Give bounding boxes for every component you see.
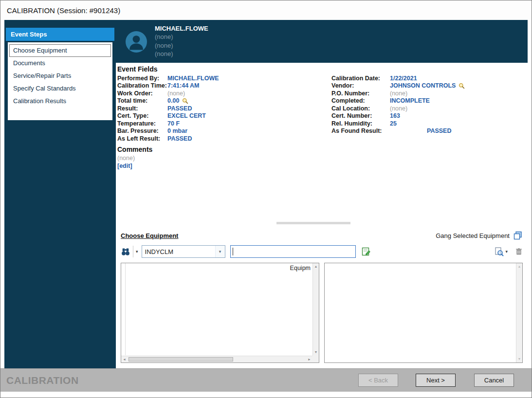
- field-label: Calibration Time:: [117, 82, 167, 89]
- field-label: Calibration Date:: [331, 75, 390, 82]
- event-steps-list: Choose Equipment Documents Service/Repai…: [8, 42, 112, 120]
- field-value: 1/22/2021: [390, 75, 417, 82]
- field-value: 70 F: [167, 120, 180, 127]
- pane-splitter[interactable]: [116, 220, 528, 226]
- choose-equipment-header: Choose Equipment Gang Selected Equipment: [121, 230, 523, 241]
- equipment-column-header[interactable]: Equipm: [290, 265, 311, 271]
- field-row-as-left-result: As Left Result: PASSED: [117, 135, 331, 143]
- next-button[interactable]: Next >: [416, 374, 456, 387]
- edit-equipment-button[interactable]: [361, 247, 371, 256]
- comments-section: Comments (none) [edit]: [117, 145, 528, 170]
- field-label: Total time:: [117, 97, 167, 104]
- splitter-grip-icon[interactable]: [276, 222, 350, 224]
- field-label: Bar. Pressure:: [117, 127, 167, 134]
- binoculars-icon: [121, 247, 130, 256]
- field-value: 0 mbar: [167, 127, 187, 134]
- field-row-bar-pressure: Bar. Pressure: 0 mbar: [117, 127, 331, 135]
- equipment-available-list[interactable]: Equipm ▲ ▼ ◄ ►: [121, 263, 319, 363]
- total-time-lookup-icon[interactable]: [182, 98, 188, 104]
- field-row-completed: Completed: INCOMPLETE: [331, 97, 528, 105]
- field-row-cert-type: Cert. Type: EXCEL CERT: [117, 112, 331, 120]
- comments-title: Comments: [117, 145, 528, 153]
- window-body: Event Steps Choose Equipment Documents S…: [0, 20, 532, 368]
- gang-cascade-icon: [513, 231, 523, 240]
- field-value: INCOMPLETE: [390, 97, 430, 104]
- find-dropdown-arrow-icon[interactable]: ▾: [136, 249, 138, 254]
- cancel-button[interactable]: Cancel: [474, 374, 514, 387]
- equipment-filter-value: INDYCLM: [142, 248, 215, 255]
- horizontal-scrollbar[interactable]: ◄ ►: [121, 356, 312, 362]
- field-label: Performed By:: [117, 75, 167, 82]
- equipment-filter-combobox[interactable]: INDYCLM ▾: [142, 245, 225, 258]
- preview-equipment-button[interactable]: [494, 247, 504, 256]
- field-row-as-found-result: As Found Result: PASSED: [331, 127, 528, 135]
- field-value: PASSED: [167, 135, 192, 142]
- edit-icon: [361, 247, 371, 256]
- event-fields-left-column: Performed By: MICHAEL.FLOWE Calibration …: [117, 74, 331, 143]
- field-label: Vendor:: [331, 82, 390, 89]
- window-title: CALIBRATION (Session: #901243): [7, 6, 120, 15]
- combobox-dropdown-arrow-icon[interactable]: ▾: [215, 246, 225, 257]
- equipment-search-wrapper: [230, 245, 356, 258]
- choose-equipment-title: Choose Equipment: [121, 232, 178, 239]
- sidebar-item-service-repair-parts[interactable]: Service/Repair Parts: [9, 70, 111, 82]
- scrollbar-corner: [312, 356, 319, 362]
- field-row-vendor: Vendor: JOHNSON CONTROLS: [331, 82, 528, 90]
- vendor-lookup-icon[interactable]: [459, 83, 465, 89]
- event-fields-title: Event Fields: [117, 65, 528, 73]
- field-row-performed-by: Performed By: MICHAEL.FLOWE: [117, 74, 331, 82]
- vertical-scrollbar[interactable]: ▲ ▼: [516, 263, 522, 362]
- wizard-footer: CALIBRATION < Back Next > Cancel: [0, 368, 532, 392]
- sidebar-item-choose-equipment[interactable]: Choose Equipment: [9, 44, 111, 57]
- gang-selected-equipment-button[interactable]: Gang Selected Equipment: [436, 231, 523, 240]
- field-label: Rel. Humidity:: [331, 120, 390, 127]
- scroll-left-icon[interactable]: ◄: [123, 358, 126, 362]
- field-value: 7:41:44 AM: [167, 82, 200, 89]
- field-label: Cal Location:: [331, 105, 390, 112]
- sidebar-item-documents[interactable]: Documents: [9, 57, 111, 70]
- user-avatar-icon: [125, 30, 148, 54]
- field-value: (none): [167, 90, 185, 97]
- field-label: Cert. Number:: [331, 112, 390, 119]
- footer-watermark: CALIBRATION: [0, 375, 79, 386]
- scroll-down-icon[interactable]: ▼: [314, 350, 318, 354]
- user-detail-line: (none): [155, 33, 208, 41]
- field-row-calibration-time: Calibration Time: 7:41:44 AM: [117, 82, 331, 90]
- text-caret: [233, 248, 233, 255]
- field-row-total-time: Total time: 0.00: [117, 97, 331, 105]
- field-row-rel-humidity: Rel. Humidity: 25: [331, 120, 528, 127]
- event-fields-section: Event Fields Performed By: MICHAEL.FLOWE…: [116, 63, 528, 220]
- field-row-calibration-date: Calibration Date: 1/22/2021: [331, 74, 528, 82]
- field-value: (none): [390, 90, 407, 97]
- calibration-window: CALIBRATION (Session: #901243) Event Ste…: [0, 0, 532, 398]
- scroll-up-icon[interactable]: ▲: [518, 265, 521, 269]
- user-banner: MICHAEL.FLOWE (none) (none) (none): [116, 20, 528, 63]
- event-steps-header: Event Steps: [6, 28, 114, 41]
- field-row-cert-number: Cert. Number: 163: [331, 112, 528, 120]
- field-label: Temperature:: [117, 120, 167, 127]
- find-equipment-button[interactable]: [121, 247, 130, 256]
- field-row-temperature: Temperature: 70 F: [117, 120, 331, 127]
- field-row-po-number: P.O. Number: (none): [331, 90, 528, 97]
- field-value: 0.00: [167, 97, 179, 104]
- field-label: As Found Result:: [331, 127, 390, 134]
- scroll-up-icon[interactable]: ▲: [314, 265, 318, 269]
- horizontal-scrollbar-thumb[interactable]: [128, 357, 233, 362]
- user-banner-text: MICHAEL.FLOWE (none) (none) (none): [155, 24, 208, 63]
- field-value: MICHAEL.FLOWE: [167, 75, 219, 82]
- scroll-right-icon[interactable]: ►: [308, 358, 311, 362]
- delete-equipment-button[interactable]: [515, 247, 523, 256]
- sidebar-item-calibration-results[interactable]: Calibration Results: [9, 95, 111, 108]
- field-row-result: Result: PASSED: [117, 105, 331, 112]
- equipment-search-input[interactable]: [230, 245, 356, 258]
- vertical-scrollbar[interactable]: ▲ ▼: [312, 263, 319, 356]
- sidebar-item-specify-cal-standards[interactable]: Specify Cal Standards: [9, 82, 111, 95]
- comments-edit-link[interactable]: [edit]: [117, 162, 132, 170]
- toolbar-separator: [133, 246, 133, 257]
- scroll-down-icon[interactable]: ▼: [518, 357, 521, 361]
- equipment-selected-list[interactable]: ▲ ▼: [324, 263, 523, 363]
- preview-dropdown-arrow-icon[interactable]: ▾: [505, 249, 508, 254]
- user-detail-line: (none): [155, 41, 208, 50]
- field-value: PASSED: [167, 105, 192, 112]
- main-content: MICHAEL.FLOWE (none) (none) (none) Event…: [116, 20, 528, 368]
